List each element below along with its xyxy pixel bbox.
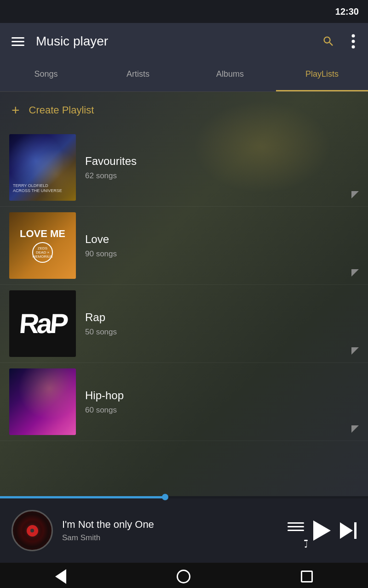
playlist-thumb-love: LOVE ME ZEDS DEAD × MEMORIUS bbox=[9, 212, 76, 279]
play-icon bbox=[313, 520, 331, 541]
queue-button[interactable]: ♩ bbox=[288, 522, 304, 539]
home-button[interactable] bbox=[177, 570, 190, 583]
create-playlist-button[interactable]: + Create Playlist bbox=[0, 92, 368, 129]
recents-button[interactable] bbox=[301, 571, 313, 582]
playlist-count: 50 songs bbox=[85, 328, 342, 337]
playlist-info-rap: Rap 50 songs bbox=[85, 311, 342, 337]
playlist-name: Love bbox=[85, 233, 342, 246]
tab-playlists[interactable]: PlayLists bbox=[276, 60, 368, 91]
tab-albums[interactable]: Albums bbox=[184, 60, 276, 91]
play-button[interactable] bbox=[313, 520, 331, 541]
tab-songs[interactable]: Songs bbox=[0, 60, 92, 91]
playlist-item-rap[interactable]: RaP Rap 50 songs bbox=[0, 285, 368, 363]
queue-icon: ♩ bbox=[288, 522, 304, 539]
skip-icon bbox=[340, 522, 356, 539]
playlist-arrow-icon bbox=[351, 347, 359, 355]
playlist-info-favourites: Favourites 62 songs bbox=[85, 155, 342, 181]
tab-artists[interactable]: Artists bbox=[92, 60, 184, 91]
playlist-name: Favourites bbox=[85, 155, 342, 168]
back-icon bbox=[55, 569, 66, 584]
vinyl-icon bbox=[12, 510, 53, 551]
playlist-name: Hip-hop bbox=[85, 389, 342, 402]
search-button[interactable] bbox=[318, 31, 339, 51]
progress-bar-fill bbox=[0, 496, 166, 498]
recents-icon bbox=[301, 571, 313, 582]
playlist-arrow-icon bbox=[351, 269, 359, 277]
app-title: Music player bbox=[36, 34, 309, 49]
more-options-icon bbox=[351, 34, 355, 49]
more-options-button[interactable] bbox=[348, 30, 359, 52]
status-bar: 12:30 bbox=[0, 0, 368, 23]
main-content: + Create Playlist Terry Oldfield ACROSS … bbox=[0, 92, 368, 496]
playlist-count: 62 songs bbox=[85, 171, 342, 181]
svg-point-2 bbox=[352, 45, 355, 49]
back-button[interactable] bbox=[55, 569, 66, 584]
playlist-thumb-hiphop bbox=[9, 368, 76, 435]
playlist-info-hiphop: Hip-hop 60 songs bbox=[85, 389, 342, 415]
player-controls: ♩ bbox=[288, 520, 356, 541]
menu-button[interactable] bbox=[9, 35, 27, 48]
track-artist: Sam Smith bbox=[62, 533, 278, 543]
home-icon bbox=[177, 570, 190, 583]
playlist-count: 90 songs bbox=[85, 249, 342, 259]
now-playing-bar[interactable]: I'm Not the only One Sam Smith ♩ bbox=[0, 498, 368, 563]
svg-point-0 bbox=[352, 34, 355, 38]
playlist-item-love[interactable]: LOVE ME ZEDS DEAD × MEMORIUS Love 90 son… bbox=[0, 207, 368, 285]
svg-point-1 bbox=[352, 40, 355, 43]
status-icons: 12:30 bbox=[324, 6, 359, 17]
playlist-info-love: Love 90 songs bbox=[85, 233, 342, 259]
nav-bar bbox=[0, 563, 368, 588]
create-playlist-label: Create Playlist bbox=[29, 104, 94, 116]
track-title: I'm Not the only One bbox=[62, 519, 278, 531]
plus-icon: + bbox=[12, 103, 20, 117]
playlist-name: Rap bbox=[85, 311, 342, 324]
playlist-thumb-rap: RaP bbox=[9, 290, 76, 357]
progress-bar-container[interactable] bbox=[0, 496, 368, 498]
playlist-count: 60 songs bbox=[85, 406, 342, 415]
skip-button[interactable] bbox=[340, 522, 356, 539]
playlist-arrow-icon bbox=[351, 425, 359, 433]
top-bar: Music player bbox=[0, 23, 368, 60]
status-time: 12:30 bbox=[335, 6, 359, 17]
tabs-bar: Songs Artists Albums PlayLists bbox=[0, 60, 368, 92]
track-info: I'm Not the only One Sam Smith bbox=[62, 519, 278, 543]
playlist-item-favourites[interactable]: Terry Oldfield ACROSS THE UNIVERSE Favou… bbox=[0, 129, 368, 207]
playlist-item-hiphop[interactable]: Hip-hop 60 songs bbox=[0, 363, 368, 441]
playlist-arrow-icon bbox=[351, 191, 359, 198]
search-icon bbox=[322, 35, 335, 48]
playlist-thumb-favourites: Terry Oldfield ACROSS THE UNIVERSE bbox=[9, 134, 76, 201]
